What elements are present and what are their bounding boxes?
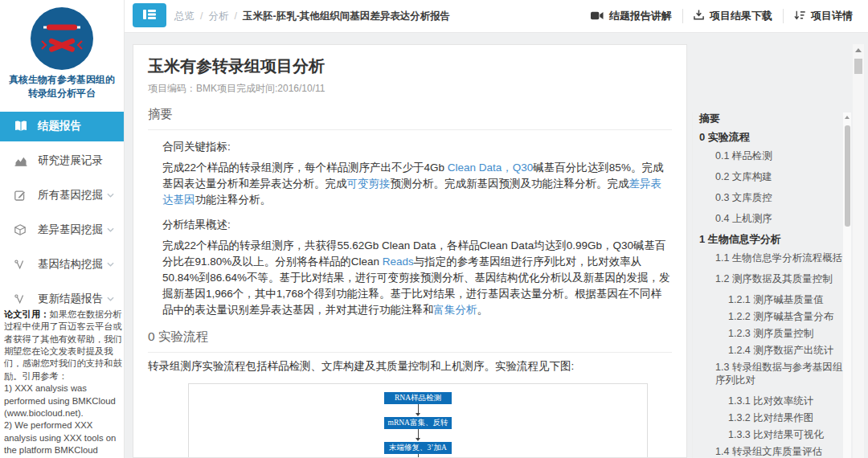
sidebar-item-update-report-label: 更新结题报告 (38, 292, 103, 306)
breadcrumb: 总览/分析/玉米胚-胚乳-其他组织间基因差异表达分析报告 (174, 0, 450, 32)
window-scrollbar-thumb[interactable] (854, 59, 862, 74)
toc-item-14[interactable]: 1.3.1 比对效率统计 (728, 395, 845, 407)
platform-logo-icon (31, 7, 93, 70)
book-icon (14, 121, 28, 132)
platform-name: 真核生物有参考基因组的 转录组分析平台 (0, 73, 124, 101)
platform-name-line2: 转录组分析平台 (0, 87, 124, 100)
toc-item-17[interactable]: 1.4 转录组文库质量评估 (715, 445, 845, 458)
branch-icon (14, 294, 28, 305)
contract-paragraph: 完成22个样品的转录组测序，每个样品测序产出不少于4Gb Clean Data，… (162, 160, 672, 208)
flow-down-arrow-icon (415, 454, 421, 458)
toc-item-9[interactable]: 1.2.1 测序碱基质量值 (728, 293, 845, 306)
download-results-button-label: 项目结果下载 (710, 9, 772, 23)
contract-indicators-label: 合同关键指标: (162, 140, 672, 154)
toc-item-11[interactable]: 1.2.3 测序质量控制 (728, 327, 845, 340)
sidebar-item-all-genes[interactable]: 所有基因挖掘 (0, 181, 124, 211)
sort-icon (794, 10, 805, 22)
sidebar-item-final-report-label: 结题报告 (38, 119, 81, 133)
branch-icon (14, 260, 28, 270)
overview-paragraph-text-4: 。 (477, 304, 489, 316)
breadcrumb-overview[interactable]: 总览 (174, 10, 194, 22)
flow-down-arrow-icon (415, 429, 421, 442)
chevron-down-icon (107, 296, 114, 301)
sidebar-item-final-report[interactable]: 结题报告 (0, 112, 124, 141)
sidebar-toggle-button[interactable] (133, 3, 166, 27)
citation-text: 如果您在数据分析过程中使用了百迈客云平台或者获得了其他有效帮助，我们期望您在论文… (4, 309, 122, 381)
chevron-down-icon (107, 262, 114, 267)
toc-item-12[interactable]: 1.2.4 测序数据产出统计 (728, 344, 845, 357)
download-icon (694, 10, 704, 22)
contract-paragraph-text-6: 功能注释分析。 (195, 194, 272, 206)
sidebar-item-progress-log-label: 研究进展记录 (38, 153, 103, 168)
sidebar-item-diff-genes[interactable]: 差异基因挖掘 (0, 215, 124, 245)
sidebar: 真核生物有参考基因组的 转录组分析平台 结题报告研究进展记录所有基因挖掘差异基因… (0, 0, 125, 458)
table-of-contents: 摘要0 实验流程0.1 样品检测0.2 文库构建0.3 文库质控0.4 上机测序… (692, 112, 845, 458)
abstract-heading: 摘要 (148, 106, 672, 130)
toc-scrollbar[interactable] (843, 112, 851, 458)
toc-item-15[interactable]: 1.3.2 比对结果作图 (728, 411, 845, 424)
contract-paragraph-text-0: 完成22个样品的转录组测序，每个样品测序产出不少于4Gb (162, 162, 448, 174)
abstract-body: 合同关键指标: 完成22个样品的转录组测序，每个样品测序产出不少于4Gb Cle… (162, 140, 672, 318)
analysis-overview-label: 分析结果概述: (162, 218, 672, 232)
project-details-button-label: 项目详情 (811, 9, 853, 23)
toc-item-1[interactable]: 0 实验流程 (699, 131, 845, 144)
window-scrollbar[interactable] (853, 44, 864, 458)
topbar-actions: 结题报告讲解项目结果下载项目详情 (580, 0, 863, 32)
flow-step-2: 末端修复、3’加A (384, 442, 452, 454)
toc-scroll-up-arrow-icon[interactable] (845, 116, 850, 119)
report-card: 玉米有参转录组项目分析 项目编码：BMK项目完成时间:2016/10/11 摘要… (133, 44, 687, 458)
experiment-flowchart: RNA样品检测mRNA富集、反转录末端修复、3’加A连接接头PCR富集 (188, 383, 648, 458)
toc-item-13[interactable]: 1.3 转录组数据与参考基因组序列比对 (715, 361, 845, 386)
toc-item-3[interactable]: 0.2 文库构建 (715, 170, 845, 183)
project-details-button[interactable]: 项目详情 (784, 9, 863, 23)
sidebar-item-diff-genes-label: 差异基因挖掘 (38, 223, 103, 237)
breadcrumb-current: 玉米胚-胚乳-其他组织间基因差异表达分析报告 (243, 10, 450, 22)
toc-item-4[interactable]: 0.3 文库质控 (715, 191, 845, 204)
citation-ref-2: 2) We performed XXX analysis using XXX t… (4, 419, 122, 458)
download-results-button[interactable]: 项目结果下载 (683, 9, 783, 23)
toc-item-10[interactable]: 1.2.2 测序碱基含量分布 (728, 310, 845, 323)
platform-logo: 真核生物有参考基因组的 转录组分析平台 (0, 0, 124, 101)
explain-report-button-label: 结题报告讲解 (609, 9, 672, 23)
contract-paragraph-link-1[interactable]: Clean Data，Q30 (448, 162, 534, 174)
topbar: 总览/分析/玉米胚-胚乳-其他组织间基因差异表达分析报告 结题报告讲解项目结果下… (125, 0, 868, 33)
overview-paragraph: 完成22个样品的转录组测序，共获得55.62Gb Clean Data，各样品C… (162, 238, 672, 318)
toc-item-8[interactable]: 1.2 测序数据及其质量控制 (715, 272, 845, 285)
cube-icon (14, 224, 28, 235)
breadcrumb-separator: / (200, 10, 203, 22)
breadcrumb-analysis[interactable]: 分析 (208, 10, 228, 22)
chart-icon (14, 156, 28, 166)
flow-step-1: mRNA富集、反转录 (384, 417, 452, 429)
citation-ref-1: 1) XXX analysis was performed using BMKC… (4, 382, 122, 419)
app-root: 真核生物有参考基因组的 转录组分析平台 结题报告研究进展记录所有基因挖掘差异基因… (0, 0, 868, 458)
citation-label: 论文引用： (4, 309, 49, 319)
toc-item-16[interactable]: 1.3.3 比对结果可视化 (728, 428, 845, 441)
toc-item-7[interactable]: 1.1 生物信息学分析流程概括 (715, 251, 845, 264)
citation-note: 论文引用：如果您在数据分析过程中使用了百迈客云平台或者获得了其他有效帮助，我们期… (4, 309, 122, 458)
sidebar-menu: 结题报告研究进展记录所有基因挖掘差异基因挖掘基因结构挖掘更新结题报告 (0, 112, 124, 314)
sidebar-item-gene-structure[interactable]: 基因结构挖掘 (0, 250, 124, 280)
scroll-up-arrow-icon[interactable] (855, 48, 862, 52)
menu-toggle-icon (143, 10, 156, 22)
section-0-heading: 0 实验流程 (148, 329, 672, 353)
overview-paragraph-link-1[interactable]: Reads (383, 256, 414, 268)
overview-paragraph-link-3[interactable]: 富集分析 (434, 304, 477, 316)
contract-paragraph-text-4: 预测分析。完成新基因预测及功能注释分析。完成 (391, 178, 629, 190)
sidebar-item-progress-log[interactable]: 研究进展记录 (0, 146, 124, 176)
contract-paragraph-link-3[interactable]: 可变剪接 (347, 178, 391, 190)
flow-down-arrow-icon (415, 404, 421, 417)
video-icon (591, 10, 604, 22)
flow-step-0: RNA样品检测 (384, 392, 452, 404)
breadcrumb-separator: / (234, 10, 236, 22)
toc-item-6[interactable]: 1 生物信息学分析 (699, 233, 845, 246)
explain-report-button[interactable]: 结题报告讲解 (580, 9, 682, 23)
platform-name-line1: 真核生物有参考基因组的 (0, 73, 124, 87)
toc-item-0[interactable]: 摘要 (699, 112, 845, 125)
section-0-paragraph: 转录组测序实验流程包括样品检测、文库构建及其质量控制和上机测序。实验流程见下图: (148, 358, 672, 374)
sidebar-item-all-genes-label: 所有基因挖掘 (38, 188, 103, 202)
toc-scrollbar-thumb[interactable] (845, 125, 850, 227)
toc-item-5[interactable]: 0.4 上机测序 (715, 212, 845, 225)
toc-item-2[interactable]: 0.1 样品检测 (715, 149, 845, 162)
edit-icon (14, 190, 28, 201)
page-title: 玉米有参转录组项目分析 (148, 55, 672, 77)
